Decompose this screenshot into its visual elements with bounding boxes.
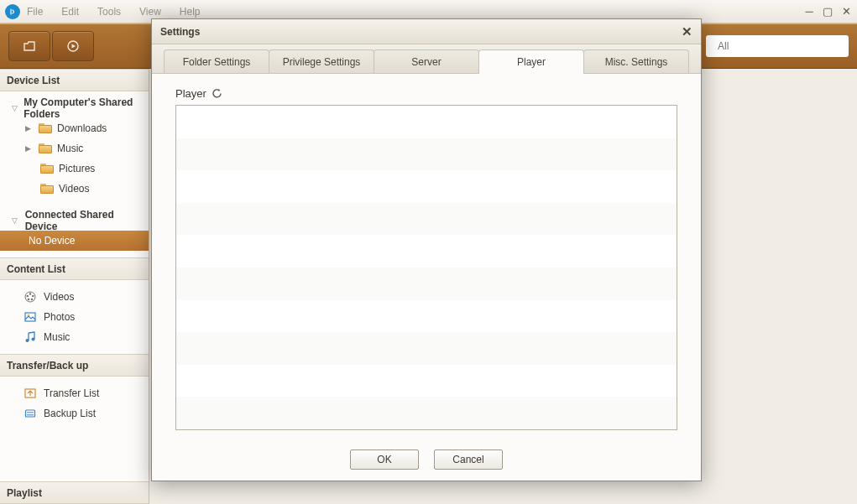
ok-button[interactable]: OK <box>350 449 419 470</box>
app-icon <box>5 4 20 19</box>
dialog-body: Player <box>152 74 701 439</box>
content-label: Music <box>44 331 70 343</box>
content-label: Videos <box>44 291 74 303</box>
folder-icon <box>40 164 54 174</box>
content-list: Videos Photos Music <box>0 280 149 354</box>
triangle-right-icon: ▶ <box>25 144 34 153</box>
player-section-header: Player <box>175 87 677 100</box>
window-controls: ─ ▢ ✕ <box>802 5 854 18</box>
tab-bar: Folder Settings Privilege Settings Serve… <box>152 44 701 74</box>
content-item-music[interactable]: Music <box>0 327 149 347</box>
content-item-videos[interactable]: Videos <box>0 287 149 307</box>
svg-point-8 <box>27 295 29 298</box>
close-window-button[interactable]: ✕ <box>839 5 854 18</box>
sidebar-item-music-folder[interactable]: ▶ Music <box>0 138 149 158</box>
folder-icon <box>39 123 52 133</box>
folder-label: Downloads <box>57 122 107 134</box>
play-button[interactable] <box>52 31 94 61</box>
menu-help[interactable]: Help <box>180 6 201 18</box>
svg-point-12 <box>32 338 35 341</box>
connected-label: Connected Shared Device <box>25 209 145 232</box>
search-input[interactable] <box>718 40 844 52</box>
settings-dialog: Settings ✕ Folder Settings Privilege Set… <box>151 18 702 481</box>
dialog-title: Settings <box>160 26 200 38</box>
tab-player[interactable]: Player <box>478 49 584 73</box>
tab-server[interactable]: Server <box>374 49 479 73</box>
shared-folders-tree: ▽ My Computer's Shared Folders ▶ Downloa… <box>0 91 149 257</box>
transfer-icon <box>24 387 37 400</box>
svg-rect-9 <box>25 313 35 321</box>
transfer-list-item[interactable]: Transfer List <box>0 383 149 403</box>
playlist-header: Playlist <box>0 481 149 504</box>
no-device-label: No Device <box>29 235 75 247</box>
menu-edit[interactable]: Edit <box>61 6 79 18</box>
sidebar-item-pictures[interactable]: Pictures <box>0 158 149 179</box>
tab-misc-settings[interactable]: Misc. Settings <box>583 49 689 73</box>
svg-rect-16 <box>27 412 34 413</box>
sidebar-item-downloads[interactable]: ▶ Downloads <box>0 118 149 138</box>
backup-label: Backup List <box>44 408 96 419</box>
device-list-header: Device List <box>0 69 149 91</box>
content-item-photos[interactable]: Photos <box>0 307 149 327</box>
sidebar: Device List ▽ My Computer's Shared Folde… <box>0 69 149 504</box>
menu-bar: File Edit Tools View Help <box>27 6 201 18</box>
folder-label: Music <box>57 143 83 154</box>
browse-button[interactable] <box>8 31 50 61</box>
close-icon[interactable]: ✕ <box>682 24 692 39</box>
shared-folders-root[interactable]: ▽ My Computer's Shared Folders <box>0 98 149 118</box>
minimize-button[interactable]: ─ <box>802 5 817 18</box>
backup-icon <box>24 407 37 420</box>
folder-label: Videos <box>59 183 89 195</box>
svg-rect-15 <box>26 410 35 417</box>
svg-point-7 <box>28 299 30 301</box>
refresh-icon[interactable] <box>212 88 222 99</box>
triangle-down-icon: ▽ <box>12 216 20 225</box>
menu-file[interactable]: File <box>27 6 43 18</box>
search-box <box>706 35 849 57</box>
shared-folders-label: My Computer's Shared Folders <box>24 96 145 120</box>
connected-shared-device[interactable]: ▽ Connected Shared Device <box>0 210 149 231</box>
menu-tools[interactable]: Tools <box>97 6 121 18</box>
cancel-button[interactable]: Cancel <box>434 449 503 470</box>
content-label: Photos <box>44 311 75 323</box>
transfer-list: Transfer List Backup List <box>0 377 149 430</box>
folder-icon <box>40 184 54 194</box>
dialog-footer: OK Cancel <box>152 439 701 481</box>
folder-label: Pictures <box>59 163 95 174</box>
transfer-header: Transfer/Back up <box>0 354 149 377</box>
menu-view[interactable]: View <box>139 6 161 18</box>
svg-point-6 <box>31 299 34 301</box>
sidebar-item-no-device[interactable]: No Device <box>0 231 149 251</box>
music-icon <box>24 330 37 344</box>
triangle-down-icon: ▽ <box>12 104 18 112</box>
player-list[interactable] <box>175 105 677 430</box>
maximize-button[interactable]: ▢ <box>820 5 835 18</box>
backup-list-item[interactable]: Backup List <box>0 403 149 423</box>
sidebar-item-videos-folder[interactable]: Videos <box>0 179 149 199</box>
tab-privilege-settings[interactable]: Privilege Settings <box>269 49 374 73</box>
folder-icon <box>39 143 52 153</box>
content-list-header: Content List <box>0 257 149 280</box>
svg-point-5 <box>32 295 34 298</box>
svg-point-4 <box>29 293 32 295</box>
photo-icon <box>24 310 37 324</box>
triangle-right-icon: ▶ <box>25 124 34 132</box>
svg-rect-17 <box>27 414 34 416</box>
player-label: Player <box>175 87 206 100</box>
tab-folder-settings[interactable]: Folder Settings <box>164 49 269 73</box>
transfer-label: Transfer List <box>44 387 99 399</box>
dialog-title-bar: Settings ✕ <box>152 19 701 44</box>
film-icon <box>24 290 37 304</box>
